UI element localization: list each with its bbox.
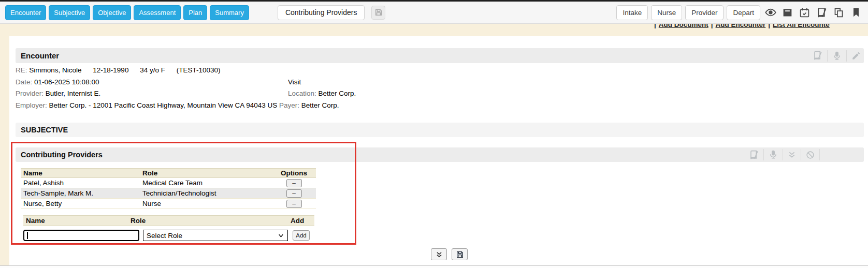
provider-name-input[interactable] xyxy=(23,230,139,241)
book-icon[interactable] xyxy=(749,150,759,160)
date-label: Date: xyxy=(16,78,32,86)
summary-nav-button[interactable]: Summary xyxy=(210,5,249,20)
eye-button[interactable] xyxy=(763,6,777,20)
book-icon xyxy=(816,7,827,18)
provider-button[interactable]: Provider xyxy=(685,5,724,20)
book-icon[interactable] xyxy=(813,51,822,61)
add-form-header-row: Name Role Add xyxy=(23,215,314,226)
bookmark-icon xyxy=(851,7,861,18)
provider-line: Provider: Butler, Internist E. Location:… xyxy=(16,88,864,100)
patient-line: RE: Simmons, Nicole 12-18-1990 34 y/o F … xyxy=(16,65,864,77)
eye-icon xyxy=(765,7,776,18)
save-all-button[interactable] xyxy=(452,248,468,260)
name-input-wrap xyxy=(23,230,139,241)
form-title-box: Contributing Providers xyxy=(278,5,365,20)
subjective-section-header: SUBJECTIVE xyxy=(16,123,864,137)
options-column-header: Options xyxy=(272,169,316,178)
save-form-button-disabled[interactable] xyxy=(371,6,385,20)
divider xyxy=(763,149,764,160)
location-label: Location: xyxy=(288,90,316,97)
text-caret xyxy=(27,232,28,239)
collapse-icon xyxy=(436,251,443,258)
add-column-header: Add xyxy=(290,216,314,226)
add-role-header: Role xyxy=(128,216,290,226)
location-group: Location: Better Corp. xyxy=(288,88,356,100)
payer-value: Better Corp. xyxy=(301,101,339,109)
collapse-icon[interactable] xyxy=(788,151,796,159)
archive-icon xyxy=(782,7,793,18)
save-icon xyxy=(374,8,383,17)
re-label: RE: xyxy=(16,66,27,74)
microphone-icon[interactable] xyxy=(832,51,842,61)
book-button[interactable] xyxy=(815,6,829,20)
encounter-title: Encounter xyxy=(16,51,59,60)
provider-label: Provider: xyxy=(16,90,44,97)
toolbar-stage-group: Intake Nurse Provider Depart xyxy=(616,5,863,20)
microphone-icon[interactable] xyxy=(769,150,778,159)
main-panel: Encounter xyxy=(9,36,868,265)
provider-value: Butler, Internist E. xyxy=(46,90,101,97)
contributing-providers-title: Contributing Providers xyxy=(16,151,103,159)
role-select-value: Select Role xyxy=(147,232,182,240)
intake-button[interactable]: Intake xyxy=(616,5,648,20)
depart-button[interactable]: Depart xyxy=(727,5,760,20)
table-row: Patel, Ashish Medical Care Team – xyxy=(21,178,316,188)
encounter-section-header: Encounter xyxy=(16,48,864,63)
role-column-header: Role xyxy=(140,169,272,178)
payer-label: Payer: xyxy=(279,101,299,109)
role-select[interactable]: Select Role xyxy=(143,230,288,241)
visit-type: Visit xyxy=(288,77,301,88)
top-toolbar: Encounter Subjective Objective Assessmen… xyxy=(0,0,868,24)
add-provider-form: Name Role Add Select Role Add xyxy=(23,215,314,241)
bookmark-button[interactable] xyxy=(849,6,863,20)
subjective-title: SUBJECTIVE xyxy=(16,126,68,134)
patient-age-sex: 34 y/o F xyxy=(140,66,165,74)
remove-provider-button[interactable]: – xyxy=(286,179,302,187)
add-name-header: Name xyxy=(23,216,128,226)
date-value: 01-06-2025 10:08:00 xyxy=(34,78,99,86)
patient-test-id: (TEST-10030) xyxy=(177,66,221,74)
employer-line: Employer: Better Corp. - 12001 Pacific C… xyxy=(16,100,864,112)
encounter-header-icons xyxy=(813,48,861,63)
collapse-all-button[interactable] xyxy=(431,248,447,260)
chevron-down-icon xyxy=(278,232,284,239)
copy-button[interactable] xyxy=(832,6,846,20)
date-line: Date: 01-06-2025 10:08:00 Visit xyxy=(16,77,864,88)
save-icon xyxy=(456,250,464,259)
plan-nav-button[interactable]: Plan xyxy=(183,5,207,20)
contributing-providers-header: Contributing Providers xyxy=(16,147,864,162)
provider-name-cell: Tech-Sample, Mark M. xyxy=(21,188,140,199)
pencil-icon[interactable] xyxy=(851,51,861,61)
divider xyxy=(827,50,828,62)
add-provider-button[interactable]: Add xyxy=(293,230,310,241)
calendar-check-button[interactable] xyxy=(798,6,812,20)
objective-nav-button[interactable]: Objective xyxy=(93,5,131,20)
remove-provider-button[interactable]: – xyxy=(286,189,302,198)
name-column-header: Name xyxy=(21,169,140,178)
provider-role-cell: Technician/Technologist xyxy=(140,188,272,199)
remove-provider-button[interactable]: – xyxy=(286,200,302,208)
divider xyxy=(783,149,783,160)
provider-role-cell: Medical Care Team xyxy=(140,178,272,188)
location-value: Better Corp. xyxy=(319,90,356,97)
divider xyxy=(846,50,847,62)
footer-buttons xyxy=(431,248,468,260)
provider-role-cell: Nurse xyxy=(140,199,272,209)
employer-label: Employer: xyxy=(16,101,47,109)
toolbar-nav-group: Encounter Subjective Objective Assessmen… xyxy=(5,5,385,20)
encounter-nav-button[interactable]: Encounter xyxy=(5,5,46,20)
disable-icon[interactable] xyxy=(806,151,815,159)
copy-icon xyxy=(833,7,844,18)
encounter-details: RE: Simmons, Nicole 12-18-1990 34 y/o F … xyxy=(16,65,864,111)
archive-button[interactable] xyxy=(780,6,794,20)
table-row: Nurse, Betty Nurse – xyxy=(21,199,316,209)
patient-dob: 12-18-1990 xyxy=(93,66,128,74)
provider-name-cell: Patel, Ashish xyxy=(21,178,140,188)
subjective-nav-button[interactable]: Subjective xyxy=(49,5,90,20)
divider xyxy=(801,149,801,160)
divider xyxy=(819,149,820,160)
below-divider-area xyxy=(0,266,868,268)
nurse-button[interactable]: Nurse xyxy=(651,5,682,20)
form-title: Contributing Providers xyxy=(285,8,357,17)
assessment-nav-button[interactable]: Assessment xyxy=(134,5,181,20)
